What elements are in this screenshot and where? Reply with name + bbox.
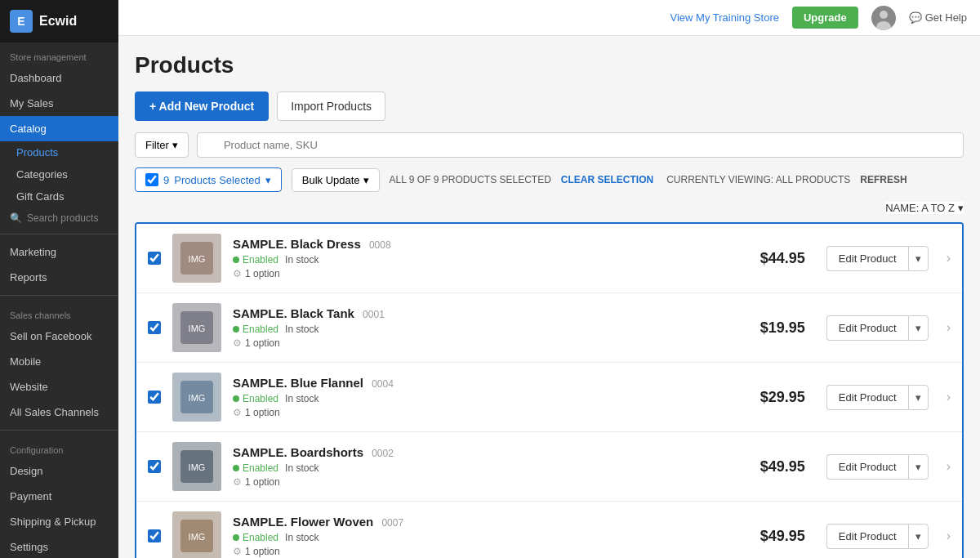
product-checkbox-p4[interactable] <box>148 460 161 473</box>
row-arrow-p3[interactable]: › <box>947 390 951 404</box>
view-store-link[interactable]: View My Training Store <box>670 11 779 24</box>
content-area: Products + Add New Product Import Produc… <box>118 36 980 558</box>
edit-product-dropdown-p3[interactable]: ▾ <box>908 385 929 410</box>
product-price-p1: $44.95 <box>740 250 805 267</box>
svg-text:IMG: IMG <box>189 254 206 264</box>
sidebar-sub-item-products[interactable]: Products <box>0 141 118 163</box>
search-wrapper: 🔍 <box>197 132 964 158</box>
bulk-update-label: Bulk Update <box>302 174 360 186</box>
product-row: IMG SAMPLE. Flower Woven 0007 Enabled In… <box>136 502 962 558</box>
product-name-p1: SAMPLE. Black Dress 0008 <box>233 237 728 251</box>
product-status-row-p2: Enabled In stock <box>233 324 728 335</box>
mobile-label: Mobile <box>10 355 41 368</box>
sidebar-item-catalog[interactable]: Catalog <box>0 116 118 141</box>
sidebar-sub-item-gift-cards[interactable]: Gift Cards <box>0 185 118 208</box>
filter-label: Filter <box>145 139 169 151</box>
product-sku-p4: 0002 <box>372 448 394 459</box>
sidebar-item-design[interactable]: Design <box>0 458 118 484</box>
edit-product-dropdown-p5[interactable]: ▾ <box>908 524 929 549</box>
import-products-button[interactable]: Import Products <box>277 92 385 121</box>
products-sub-label: Products <box>16 146 58 158</box>
my-sales-label: My Sales <box>10 97 53 109</box>
option-label-p5: 1 option <box>245 546 280 557</box>
row-arrow-p2[interactable]: › <box>947 320 951 335</box>
sidebar-item-dashboard[interactable]: Dashboard <box>0 65 118 91</box>
product-checkbox-p1[interactable] <box>148 252 161 265</box>
sidebar-item-shipping[interactable]: Shipping & Pickup <box>0 509 118 534</box>
row-arrow-p4[interactable]: › <box>947 459 951 474</box>
edit-product-button-p4[interactable]: Edit Product <box>826 454 908 480</box>
product-sku-p5: 0007 <box>381 517 403 529</box>
sidebar-item-reports[interactable]: Reports <box>0 265 118 290</box>
sidebar-item-settings[interactable]: Settings <box>0 534 118 558</box>
product-checkbox-p2[interactable] <box>148 321 161 334</box>
bulk-update-button[interactable]: Bulk Update ▾ <box>292 168 380 192</box>
all-sales-channels-label: All Sales Channels <box>10 406 99 418</box>
edit-product-button-p3[interactable]: Edit Product <box>826 385 908 410</box>
sort-button[interactable]: NAME: A TO Z ▾ <box>885 202 964 214</box>
upgrade-button[interactable]: Upgrade <box>792 7 858 29</box>
sidebar-item-sell-on-facebook[interactable]: Sell on Facebook <box>0 324 118 349</box>
edit-btn-group-p1: Edit Product ▾ <box>826 246 929 271</box>
get-help-button[interactable]: 💬 Get Help <box>909 11 967 24</box>
svg-text:IMG: IMG <box>189 532 206 542</box>
website-label: Website <box>10 381 48 393</box>
configuration-label: Configuration <box>0 435 118 458</box>
filter-row: Filter ▾ 🔍 <box>135 132 964 158</box>
select-all-checkbox[interactable] <box>145 173 158 186</box>
sidebar-item-marketing[interactable]: Marketing <box>0 239 118 265</box>
chevron-down-icon: ▾ <box>363 174 369 186</box>
option-label-p2: 1 option <box>245 337 280 349</box>
row-arrow-p1[interactable]: › <box>947 251 951 266</box>
svg-text:IMG: IMG <box>189 393 206 403</box>
sort-label: NAME: A TO Z <box>885 202 955 214</box>
select-all-checkbox-label[interactable]: 9 Products Selected ▾ <box>135 167 282 192</box>
sidebar-item-payment[interactable]: Payment <box>0 484 118 509</box>
edit-product-button-p1[interactable]: Edit Product <box>826 246 908 271</box>
user-avatar[interactable] <box>871 6 896 30</box>
sidebar-item-mobile[interactable]: Mobile <box>0 349 118 374</box>
edit-btn-group-p2: Edit Product ▾ <box>826 315 929 341</box>
sidebar-item-website[interactable]: Website <box>0 374 118 400</box>
product-checkbox-p3[interactable] <box>148 391 161 404</box>
sidebar-logo[interactable]: E Ecwid <box>0 0 118 42</box>
filter-button[interactable]: Filter ▾ <box>135 132 189 158</box>
search-icon: 🔍 <box>10 212 22 224</box>
edit-product-button-p5[interactable]: Edit Product <box>826 524 908 549</box>
product-row: IMG SAMPLE. Blue Flannel 0004 Enabled In… <box>136 363 962 432</box>
status-enabled-p4: Enabled <box>233 462 278 474</box>
store-management-label: Store management <box>0 42 118 65</box>
ecwid-logo-text: Ecwid <box>39 14 77 29</box>
product-status-row-p5: Enabled In stock <box>233 532 728 543</box>
product-option-p4: ⚙ 1 option <box>233 476 728 488</box>
sidebar-sub-item-categories[interactable]: Categories <box>0 163 118 185</box>
sidebar-search-products[interactable]: 🔍 Search products <box>0 208 118 229</box>
product-status-row-p4: Enabled In stock <box>233 462 728 474</box>
clear-selection-link[interactable]: CLEAR SELECTION <box>561 174 653 185</box>
page-title: Products <box>135 52 964 78</box>
product-name-p5: SAMPLE. Flower Woven 0007 <box>233 515 728 529</box>
add-product-button[interactable]: + Add New Product <box>135 92 269 121</box>
edit-product-dropdown-p2[interactable]: ▾ <box>908 315 929 341</box>
in-stock-p2: In stock <box>285 324 318 335</box>
refresh-link[interactable]: REFRESH <box>860 174 906 185</box>
product-image-p5: IMG <box>172 511 221 558</box>
svg-text:IMG: IMG <box>189 462 206 472</box>
option-label-p1: 1 option <box>245 268 280 279</box>
selected-label: Products Selected <box>174 174 261 186</box>
product-row: IMG SAMPLE. Boardshorts 0002 Enabled In … <box>136 432 962 502</box>
chevron-down-icon: ▾ <box>958 202 964 214</box>
edit-product-dropdown-p4[interactable]: ▾ <box>908 454 929 480</box>
product-checkbox-p5[interactable] <box>148 529 161 542</box>
edit-product-dropdown-p1[interactable]: ▾ <box>908 246 929 271</box>
sidebar-item-all-sales-channels[interactable]: All Sales Channels <box>0 400 118 425</box>
status-dot-p4 <box>233 465 239 471</box>
product-name-p4: SAMPLE. Boardshorts 0002 <box>233 445 728 459</box>
row-arrow-p5[interactable]: › <box>947 529 951 543</box>
selection-row: 9 Products Selected ▾ Bulk Update ▾ ALL … <box>135 167 964 214</box>
product-price-p2: $19.95 <box>740 319 805 337</box>
edit-product-button-p2[interactable]: Edit Product <box>826 315 908 341</box>
product-search-input[interactable] <box>197 132 964 158</box>
sidebar-item-my-sales[interactable]: My Sales <box>0 91 118 116</box>
product-row: IMG SAMPLE. Black Tank 0001 Enabled In s… <box>136 293 962 363</box>
